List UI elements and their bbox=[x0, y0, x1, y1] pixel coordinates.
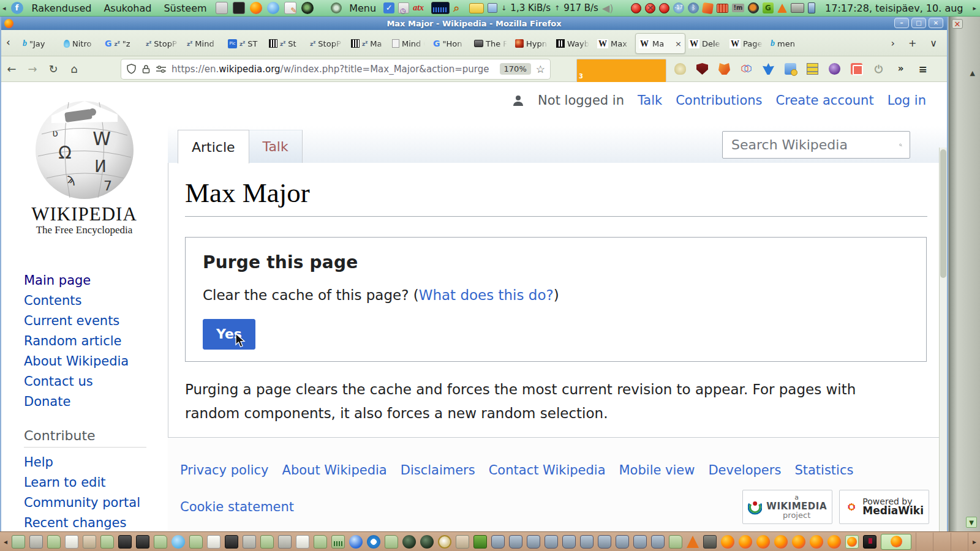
taskbar-item-download-folder[interactable] bbox=[47, 535, 61, 549]
permissions-icon[interactable] bbox=[156, 65, 167, 73]
close-button[interactable]: ✕ bbox=[929, 18, 943, 28]
taskbar-item-firefox-window[interactable] bbox=[810, 535, 823, 549]
zoom-level-badge[interactable]: 170% bbox=[500, 63, 531, 75]
footer-link-privacy-policy[interactable]: Privacy policy bbox=[180, 463, 269, 478]
taskbar-item-folder[interactable] bbox=[260, 535, 274, 549]
panel-expand-arrow-icon[interactable]: ▸ bbox=[973, 4, 976, 12]
media-player-icon[interactable] bbox=[301, 2, 314, 14]
taskbar-right-arrow-icon[interactable]: ▸ bbox=[973, 538, 976, 546]
reload-button[interactable]: ↻ bbox=[43, 62, 64, 75]
power-icon[interactable]: ⏻ bbox=[873, 63, 884, 75]
taskbar-item-folder[interactable] bbox=[385, 535, 398, 549]
taskbar-item-image-viewer[interactable] bbox=[29, 535, 43, 549]
tab-the-f[interactable]: The F bbox=[471, 33, 512, 54]
sidebar-link-main-page[interactable]: Main page bbox=[24, 271, 146, 291]
whisker-menu-icon[interactable] bbox=[331, 2, 342, 13]
wikipedia-globe-logo[interactable]: W Ω И ϡ 7 ʋ bbox=[33, 97, 136, 200]
forward-button[interactable]: → bbox=[22, 62, 43, 75]
search-magnifier-icon[interactable] bbox=[899, 138, 902, 152]
menu-places[interactable]: Asukohad bbox=[100, 2, 155, 14]
taskbar-item-folder[interactable] bbox=[314, 535, 327, 549]
tab-max-1[interactable]: WMax bbox=[594, 33, 635, 54]
tab-scroll-right-button[interactable]: › bbox=[891, 37, 894, 49]
taskbar-item-kettle-app[interactable] bbox=[562, 535, 576, 549]
record-icon[interactable] bbox=[631, 3, 641, 13]
footer-link-cookie-statement[interactable]: Cookie statement bbox=[180, 500, 294, 514]
background-scroll-up-icon[interactable]: ▲ bbox=[970, 69, 975, 77]
distro-logo-icon[interactable]: f bbox=[11, 2, 23, 14]
list-tabs-button[interactable]: ∨ bbox=[930, 37, 937, 49]
footer-link-developers[interactable]: Developers bbox=[708, 463, 781, 478]
trident-extension-icon[interactable] bbox=[763, 63, 774, 75]
panel-collapse-arrow-icon[interactable]: ◂ bbox=[2, 4, 6, 12]
doc-coin-extension-icon[interactable] bbox=[785, 63, 796, 75]
onion-extension-icon[interactable] bbox=[829, 63, 840, 75]
taskbar-item-notepad[interactable] bbox=[65, 535, 78, 549]
taskbar-item-kettle-app[interactable] bbox=[545, 535, 558, 549]
personal-link-create-account[interactable]: Create account bbox=[776, 93, 874, 108]
hamburger-menu-icon[interactable]: ≡ bbox=[917, 63, 929, 75]
taskbar-item-document[interactable] bbox=[207, 535, 221, 549]
record-stop-icon[interactable] bbox=[645, 3, 655, 13]
taskbar-item-firefox-window[interactable] bbox=[739, 535, 752, 549]
tab-max-active[interactable]: WMa× bbox=[635, 33, 685, 54]
bookmark-star-icon[interactable]: ☆ bbox=[536, 63, 545, 75]
scrollbar-thumb[interactable] bbox=[940, 149, 946, 278]
maximize-button[interactable]: □ bbox=[911, 18, 926, 28]
tab-nitro[interactable]: Nitro bbox=[61, 33, 102, 54]
taskbar-item-kettle-app[interactable] bbox=[509, 535, 522, 549]
sidebar-link-recent-changes[interactable]: Recent changes bbox=[24, 513, 146, 531]
footer-link-contact-wikipedia[interactable]: Contact Wikipedia bbox=[489, 463, 606, 478]
taskbar-item-globe-dark[interactable] bbox=[420, 535, 434, 549]
tab-page[interactable]: WPage bbox=[726, 33, 767, 54]
tab-article[interactable]: Article bbox=[178, 130, 249, 163]
taskbar-item-telegram[interactable] bbox=[172, 535, 185, 549]
taskbar-item-terminal-dark[interactable] bbox=[225, 535, 238, 549]
page-scrollbar[interactable] bbox=[939, 148, 947, 531]
taskbar-item-firefox-window[interactable] bbox=[756, 535, 770, 549]
taskbar-item-kettle-app[interactable] bbox=[598, 535, 611, 549]
sidebar-link-contents[interactable]: Contents bbox=[24, 291, 146, 311]
personal-link-contributions[interactable]: Contributions bbox=[676, 93, 762, 108]
taskbar-item-kettle-app[interactable] bbox=[527, 535, 540, 549]
tracking-shield-icon[interactable] bbox=[126, 64, 137, 74]
wikipedia-wordmark[interactable]: WIKIPEDIA bbox=[1, 203, 167, 225]
volume-icon[interactable]: ◀) bbox=[602, 2, 614, 14]
green-g-icon[interactable]: G bbox=[763, 2, 774, 13]
tab-ma-1[interactable]: zzMa bbox=[348, 33, 389, 54]
metamask-fox-icon[interactable] bbox=[718, 63, 730, 75]
sidebar-link-contact-us[interactable]: Contact us bbox=[24, 372, 146, 392]
background-window-close-icon[interactable]: ✕ bbox=[952, 19, 963, 29]
tab-jay[interactable]: b"Jay bbox=[20, 33, 61, 54]
taskbar-item-folder[interactable] bbox=[669, 535, 682, 549]
system-monitor-graph-icon[interactable] bbox=[431, 2, 450, 14]
taskbar-item-search-magnifier[interactable] bbox=[438, 535, 451, 549]
taskbar-item-globe-dark[interactable] bbox=[402, 535, 416, 549]
bluetooth-icon[interactable]: ᛒ bbox=[688, 2, 699, 13]
url-text[interactable]: https://en.wikipedia.org/w/index.php?tit… bbox=[172, 64, 495, 75]
tab-wayb[interactable]: Wayb bbox=[553, 33, 594, 54]
terminal-icon[interactable] bbox=[233, 2, 245, 14]
tab-dele[interactable]: WDele bbox=[685, 33, 726, 54]
taskbar-item-firefox-window-focused[interactable] bbox=[845, 535, 859, 549]
search-icon[interactable]: ⌕ bbox=[453, 2, 466, 14]
battery-icon[interactable] bbox=[808, 2, 815, 13]
sidebar-link-current-events[interactable]: Current events bbox=[24, 311, 146, 331]
taskbar-item-tape-player[interactable] bbox=[703, 535, 717, 549]
powered-by-mediawiki-badge[interactable]: Powered byMediaWiki bbox=[839, 490, 929, 524]
taskbar-item-banner-dark[interactable] bbox=[863, 535, 876, 549]
hand-extension-icon[interactable]: 3 bbox=[652, 63, 664, 75]
copy-red-extension-icon[interactable] bbox=[851, 63, 862, 75]
taskbar-item-folder[interactable] bbox=[189, 535, 203, 549]
tab-close-icon[interactable]: × bbox=[675, 39, 682, 48]
menu-button[interactable]: Menu bbox=[345, 2, 380, 14]
menu-applications[interactable]: Rakendused bbox=[28, 2, 96, 14]
taskbar-item-kettle-app[interactable] bbox=[651, 535, 665, 549]
taskbar-firefox-launcher-active[interactable] bbox=[881, 534, 911, 550]
footer-link-disclaimers[interactable]: Disclaimers bbox=[401, 463, 475, 478]
im-status-icon[interactable]: !m bbox=[732, 4, 744, 12]
tab-scroll-left-button[interactable]: ‹ bbox=[6, 36, 10, 48]
taskbar-item-globe-blue[interactable] bbox=[349, 535, 363, 549]
minimize-button[interactable]: – bbox=[894, 18, 909, 28]
taskbar-item-image-dark[interactable] bbox=[118, 535, 132, 549]
